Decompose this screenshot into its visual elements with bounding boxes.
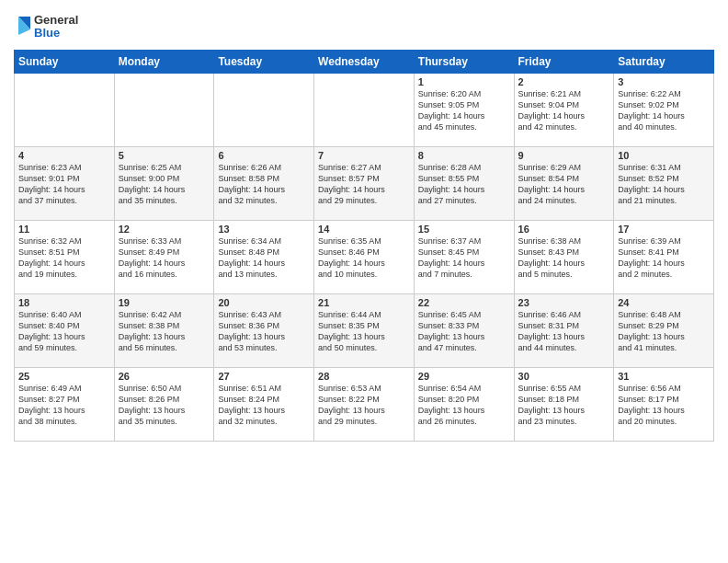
calendar-cell: 22Sunrise: 6:45 AM Sunset: 8:33 PM Dayli… xyxy=(414,294,514,368)
day-number: 30 xyxy=(518,371,610,382)
day-info: Sunrise: 6:20 AM Sunset: 9:05 PM Dayligh… xyxy=(418,88,510,133)
weekday-header-wednesday: Wednesday xyxy=(314,51,415,74)
calendar-cell: 18Sunrise: 6:40 AM Sunset: 8:40 PM Dayli… xyxy=(15,294,115,368)
calendar-cell: 8Sunrise: 6:28 AM Sunset: 8:55 PM Daylig… xyxy=(414,147,514,221)
day-info: Sunrise: 6:50 AM Sunset: 8:26 PM Dayligh… xyxy=(119,383,210,428)
weekday-header-monday: Monday xyxy=(114,51,214,74)
calendar-cell: 16Sunrise: 6:38 AM Sunset: 8:43 PM Dayli… xyxy=(514,221,614,294)
calendar-cell xyxy=(214,74,314,147)
day-info: Sunrise: 6:38 AM Sunset: 8:43 PM Dayligh… xyxy=(518,236,610,281)
logo: GeneralBlue xyxy=(14,9,78,44)
week-row-3: 11Sunrise: 6:32 AM Sunset: 8:51 PM Dayli… xyxy=(15,221,714,294)
calendar-cell: 20Sunrise: 6:43 AM Sunset: 8:36 PM Dayli… xyxy=(214,294,314,368)
day-number: 4 xyxy=(18,150,110,161)
calendar-cell: 21Sunrise: 6:44 AM Sunset: 8:35 PM Dayli… xyxy=(314,294,415,368)
day-number: 11 xyxy=(18,224,110,235)
svg-text:Blue: Blue xyxy=(34,26,60,40)
calendar-cell: 28Sunrise: 6:53 AM Sunset: 8:22 PM Dayli… xyxy=(314,368,415,442)
day-info: Sunrise: 6:54 AM Sunset: 8:20 PM Dayligh… xyxy=(418,383,510,428)
calendar-table: SundayMondayTuesdayWednesdayThursdayFrid… xyxy=(14,50,714,442)
weekday-header-thursday: Thursday xyxy=(414,51,514,74)
calendar-cell: 13Sunrise: 6:34 AM Sunset: 8:48 PM Dayli… xyxy=(214,221,314,294)
day-info: Sunrise: 6:42 AM Sunset: 8:38 PM Dayligh… xyxy=(119,309,210,354)
calendar-cell: 17Sunrise: 6:39 AM Sunset: 8:41 PM Dayli… xyxy=(614,221,714,294)
day-number: 16 xyxy=(518,224,610,235)
day-number: 2 xyxy=(518,76,610,87)
weekday-header-row: SundayMondayTuesdayWednesdayThursdayFrid… xyxy=(15,51,714,74)
day-info: Sunrise: 6:48 AM Sunset: 8:29 PM Dayligh… xyxy=(618,309,710,354)
day-number: 19 xyxy=(119,297,210,308)
day-number: 31 xyxy=(618,371,710,382)
day-info: Sunrise: 6:40 AM Sunset: 8:40 PM Dayligh… xyxy=(18,309,110,354)
day-info: Sunrise: 6:31 AM Sunset: 8:52 PM Dayligh… xyxy=(618,162,710,207)
calendar-cell xyxy=(15,74,115,147)
calendar-cell: 31Sunrise: 6:56 AM Sunset: 8:17 PM Dayli… xyxy=(614,368,714,442)
calendar-cell: 24Sunrise: 6:48 AM Sunset: 8:29 PM Dayli… xyxy=(614,294,714,368)
day-info: Sunrise: 6:55 AM Sunset: 8:18 PM Dayligh… xyxy=(518,383,610,428)
day-info: Sunrise: 6:21 AM Sunset: 9:04 PM Dayligh… xyxy=(518,88,610,133)
day-info: Sunrise: 6:22 AM Sunset: 9:02 PM Dayligh… xyxy=(618,88,710,133)
day-number: 5 xyxy=(119,150,210,161)
day-info: Sunrise: 6:28 AM Sunset: 8:55 PM Dayligh… xyxy=(418,162,510,207)
day-number: 20 xyxy=(218,297,310,308)
day-info: Sunrise: 6:56 AM Sunset: 8:17 PM Dayligh… xyxy=(618,383,710,428)
day-info: Sunrise: 6:49 AM Sunset: 8:27 PM Dayligh… xyxy=(18,383,110,428)
day-info: Sunrise: 6:35 AM Sunset: 8:46 PM Dayligh… xyxy=(318,236,410,281)
weekday-header-saturday: Saturday xyxy=(614,51,714,74)
day-info: Sunrise: 6:43 AM Sunset: 8:36 PM Dayligh… xyxy=(218,309,310,354)
day-number: 17 xyxy=(618,224,710,235)
calendar-cell: 3Sunrise: 6:22 AM Sunset: 9:02 PM Daylig… xyxy=(614,74,714,147)
calendar-cell: 1Sunrise: 6:20 AM Sunset: 9:05 PM Daylig… xyxy=(414,74,514,147)
day-info: Sunrise: 6:46 AM Sunset: 8:31 PM Dayligh… xyxy=(518,309,610,354)
day-number: 13 xyxy=(218,224,310,235)
weekday-header-sunday: Sunday xyxy=(15,51,115,74)
day-number: 1 xyxy=(418,76,510,87)
page-container: GeneralBlue SundayMondayTuesdayWednesday… xyxy=(0,0,728,449)
day-info: Sunrise: 6:45 AM Sunset: 8:33 PM Dayligh… xyxy=(418,309,510,354)
day-number: 25 xyxy=(18,371,110,382)
calendar-cell: 11Sunrise: 6:32 AM Sunset: 8:51 PM Dayli… xyxy=(15,221,115,294)
day-number: 3 xyxy=(618,76,710,87)
day-info: Sunrise: 6:44 AM Sunset: 8:35 PM Dayligh… xyxy=(318,309,410,354)
calendar-cell: 2Sunrise: 6:21 AM Sunset: 9:04 PM Daylig… xyxy=(514,74,614,147)
week-row-4: 18Sunrise: 6:40 AM Sunset: 8:40 PM Dayli… xyxy=(15,294,714,368)
week-row-2: 4Sunrise: 6:23 AM Sunset: 9:01 PM Daylig… xyxy=(15,147,714,221)
calendar-cell: 4Sunrise: 6:23 AM Sunset: 9:01 PM Daylig… xyxy=(15,147,115,221)
day-number: 9 xyxy=(518,150,610,161)
calendar-cell: 27Sunrise: 6:51 AM Sunset: 8:24 PM Dayli… xyxy=(214,368,314,442)
day-info: Sunrise: 6:51 AM Sunset: 8:24 PM Dayligh… xyxy=(218,383,310,428)
day-info: Sunrise: 6:23 AM Sunset: 9:01 PM Dayligh… xyxy=(18,162,110,207)
day-number: 24 xyxy=(618,297,710,308)
calendar-cell: 29Sunrise: 6:54 AM Sunset: 8:20 PM Dayli… xyxy=(414,368,514,442)
day-number: 15 xyxy=(418,224,510,235)
calendar-cell: 5Sunrise: 6:25 AM Sunset: 9:00 PM Daylig… xyxy=(114,147,214,221)
day-number: 23 xyxy=(518,297,610,308)
day-number: 27 xyxy=(218,371,310,382)
calendar-cell: 12Sunrise: 6:33 AM Sunset: 8:49 PM Dayli… xyxy=(114,221,214,294)
week-row-5: 25Sunrise: 6:49 AM Sunset: 8:27 PM Dayli… xyxy=(15,368,714,442)
calendar-cell: 9Sunrise: 6:29 AM Sunset: 8:54 PM Daylig… xyxy=(514,147,614,221)
day-number: 12 xyxy=(119,224,210,235)
calendar-cell: 10Sunrise: 6:31 AM Sunset: 8:52 PM Dayli… xyxy=(614,147,714,221)
day-number: 10 xyxy=(618,150,710,161)
calendar-cell: 23Sunrise: 6:46 AM Sunset: 8:31 PM Dayli… xyxy=(514,294,614,368)
day-info: Sunrise: 6:26 AM Sunset: 8:58 PM Dayligh… xyxy=(218,162,310,207)
day-info: Sunrise: 6:53 AM Sunset: 8:22 PM Dayligh… xyxy=(318,383,410,428)
day-info: Sunrise: 6:34 AM Sunset: 8:48 PM Dayligh… xyxy=(218,236,310,281)
calendar-cell: 30Sunrise: 6:55 AM Sunset: 8:18 PM Dayli… xyxy=(514,368,614,442)
day-number: 14 xyxy=(318,224,410,235)
day-number: 6 xyxy=(218,150,310,161)
calendar-cell: 6Sunrise: 6:26 AM Sunset: 8:58 PM Daylig… xyxy=(214,147,314,221)
calendar-cell: 14Sunrise: 6:35 AM Sunset: 8:46 PM Dayli… xyxy=(314,221,415,294)
day-info: Sunrise: 6:29 AM Sunset: 8:54 PM Dayligh… xyxy=(518,162,610,207)
day-number: 29 xyxy=(418,371,510,382)
calendar-cell xyxy=(314,74,415,147)
day-info: Sunrise: 6:37 AM Sunset: 8:45 PM Dayligh… xyxy=(418,236,510,281)
calendar-cell: 15Sunrise: 6:37 AM Sunset: 8:45 PM Dayli… xyxy=(414,221,514,294)
day-number: 18 xyxy=(18,297,110,308)
day-number: 28 xyxy=(318,371,410,382)
header: GeneralBlue xyxy=(14,9,714,44)
calendar-cell: 7Sunrise: 6:27 AM Sunset: 8:57 PM Daylig… xyxy=(314,147,415,221)
logo-svg: GeneralBlue xyxy=(14,9,78,44)
day-info: Sunrise: 6:32 AM Sunset: 8:51 PM Dayligh… xyxy=(18,236,110,281)
